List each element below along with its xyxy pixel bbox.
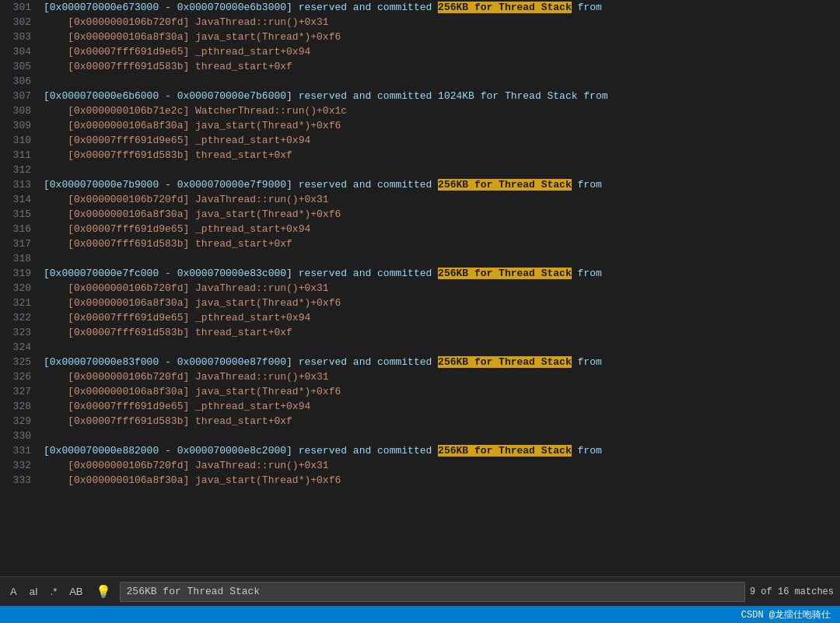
code-line: [0x0000000106a8f30a] java_start(Thread*)… [44, 473, 840, 488]
code-text-after: from [572, 445, 602, 457]
code-line: [0x0000000106a8f30a] java_start(Thread*)… [44, 384, 840, 399]
code-content: [0x000070000e673000 - 0x000070000e6b3000… [37, 0, 840, 576]
highlighted-text: 256KB for Thread Stack [438, 356, 572, 368]
line-number: 329 [3, 414, 31, 429]
code-line: [0x0000000106b720fd] JavaThread::run()+0… [44, 458, 840, 473]
code-text-after: from [572, 179, 602, 191]
search-bar: A aI .* AB 💡 9 of 16 matches [0, 576, 840, 606]
code-line: [0x00007fff691d583b] thread_start+0xf [44, 325, 840, 340]
line-number: 316 [3, 222, 31, 236]
code-text: [0x000070000e6b6000 - 0x000070000e7b6000… [44, 90, 608, 102]
line-number: 310 [3, 133, 31, 148]
line-number: 323 [3, 325, 31, 340]
line-number: 320 [3, 281, 31, 296]
code-line: [0x00007fff691d9e65] _pthread_start+0x94 [44, 133, 840, 148]
code-text: [0x000070000e7fc000 - 0x000070000e83c000… [44, 268, 438, 279]
whole-word-button[interactable]: aI [26, 584, 42, 599]
highlighted-text: 256KB for Thread Stack [438, 179, 572, 191]
code-text: [0x00007fff691d583b] thread_start+0xf [44, 415, 292, 427]
code-line [44, 429, 840, 443]
code-line: [0x0000000106a8f30a] java_start(Thread*)… [44, 30, 840, 44]
code-line: [0x0000000106b71e2c] WatcherThread::run(… [44, 103, 840, 118]
code-line: [0x00007fff691d583b] thread_start+0xf [44, 148, 840, 163]
code-text: [0x00007fff691d583b] thread_start+0xf [44, 149, 292, 161]
code-text: [0x00007fff691d583b] thread_start+0xf [44, 238, 292, 250]
code-text: [0x000070000e7b9000 - 0x000070000e7f9000… [44, 179, 438, 191]
code-line: [0x000070000e7b9000 - 0x000070000e7f9000… [44, 177, 840, 192]
line-number: 322 [3, 310, 31, 325]
line-number: 311 [3, 148, 31, 163]
code-text: [0x000070000e673000 - 0x000070000e6b3000… [44, 2, 438, 13]
code-line: [0x00007fff691d583b] thread_start+0xf [44, 414, 840, 429]
code-text: [0x00007fff691d9e65] _pthread_start+0x94 [44, 46, 310, 58]
code-text: [0x0000000106b720fd] JavaThread::run()+0… [44, 371, 329, 383]
highlighted-text: 256KB for Thread Stack [438, 268, 572, 279]
line-number: 309 [3, 118, 31, 133]
code-line: [0x0000000106a8f30a] java_start(Thread*)… [44, 296, 840, 310]
search-match-count: 9 of 16 matches [750, 586, 834, 597]
code-line: [0x000070000e882000 - 0x000070000e8c2000… [44, 443, 840, 458]
preserve-case-button[interactable]: AB [65, 584, 86, 599]
code-text: [0x00007fff691d583b] thread_start+0xf [44, 61, 292, 72]
code-line [44, 340, 840, 355]
line-number: 301 [3, 0, 31, 15]
line-number: 327 [3, 384, 31, 399]
line-number: 326 [3, 369, 31, 384]
code-line [44, 163, 840, 177]
code-text: [0x00007fff691d583b] thread_start+0xf [44, 327, 292, 338]
code-text: [0x000070000e882000 - 0x000070000e8c2000… [44, 445, 438, 457]
line-number: 330 [3, 429, 31, 443]
code-area: 3013023033043053063073083093103113123133… [0, 0, 840, 576]
code-text: [0x0000000106b720fd] JavaThread::run()+0… [44, 460, 329, 471]
line-number: 313 [3, 177, 31, 192]
code-text: [0x00007fff691d9e65] _pthread_start+0x94 [44, 135, 310, 146]
line-number: 321 [3, 296, 31, 310]
code-text: [0x0000000106a8f30a] java_start(Thread*)… [44, 120, 341, 131]
line-number: 328 [3, 399, 31, 414]
line-number: 325 [3, 355, 31, 369]
line-number: 312 [3, 163, 31, 177]
code-text: [0x0000000106a8f30a] java_start(Thread*)… [44, 31, 341, 43]
code-line: [0x00007fff691d9e65] _pthread_start+0x94 [44, 222, 840, 236]
code-text: [0x00007fff691d9e65] _pthread_start+0x94 [44, 312, 310, 324]
line-number: 331 [3, 443, 31, 458]
status-bar: CSDN @龙擂仕咆骑仕 [0, 606, 840, 623]
code-text-after: from [572, 2, 602, 13]
code-text: [0x0000000106a8f30a] java_start(Thread*)… [44, 474, 341, 486]
search-input[interactable] [120, 582, 745, 602]
code-line [44, 251, 840, 266]
line-number: 332 [3, 458, 31, 473]
line-number: 307 [3, 89, 31, 103]
code-line: [0x000070000e83f000 - 0x000070000e87f000… [44, 355, 840, 369]
line-number: 318 [3, 251, 31, 266]
code-line: [0x0000000106b720fd] JavaThread::run()+0… [44, 369, 840, 384]
code-line: [0x0000000106a8f30a] java_start(Thread*)… [44, 207, 840, 222]
code-line: [0x00007fff691d583b] thread_start+0xf [44, 236, 840, 251]
code-text: [0x00007fff691d9e65] _pthread_start+0x94 [44, 223, 310, 235]
line-numbers: 3013023033043053063073083093103113123133… [0, 0, 37, 576]
line-number: 319 [3, 266, 31, 281]
line-number: 302 [3, 15, 31, 30]
search-lightbulb-icon: 💡 [92, 583, 115, 601]
code-text: [0x0000000106a8f30a] java_start(Thread*)… [44, 386, 341, 397]
code-text: [0x0000000106b720fd] JavaThread::run()+0… [44, 194, 329, 205]
code-text-after: from [572, 356, 602, 368]
code-text: [0x0000000106a8f30a] java_start(Thread*)… [44, 297, 341, 309]
code-line: [0x000070000e7fc000 - 0x000070000e83c000… [44, 266, 840, 281]
code-text: [0x0000000106b720fd] JavaThread::run()+0… [44, 16, 329, 28]
code-text: [0x0000000106b720fd] JavaThread::run()+0… [44, 282, 329, 294]
search-input-container [120, 582, 745, 602]
regex-button[interactable]: .* [47, 584, 61, 599]
line-number: 333 [3, 473, 31, 488]
code-text: [0x0000000106a8f30a] java_start(Thread*)… [44, 208, 341, 220]
code-text: [0x00007fff691d9e65] _pthread_start+0x94 [44, 401, 310, 412]
line-number: 317 [3, 236, 31, 251]
line-number: 306 [3, 74, 31, 89]
line-number: 308 [3, 103, 31, 118]
code-text: [0x000070000e83f000 - 0x000070000e87f000… [44, 356, 438, 368]
highlighted-text: 256KB for Thread Stack [438, 2, 572, 13]
case-sensitive-button[interactable]: A [6, 584, 21, 599]
code-line: [0x000070000e6b6000 - 0x000070000e7b6000… [44, 89, 840, 103]
code-line [44, 74, 840, 89]
code-line: [0x00007fff691d9e65] _pthread_start+0x94 [44, 310, 840, 325]
